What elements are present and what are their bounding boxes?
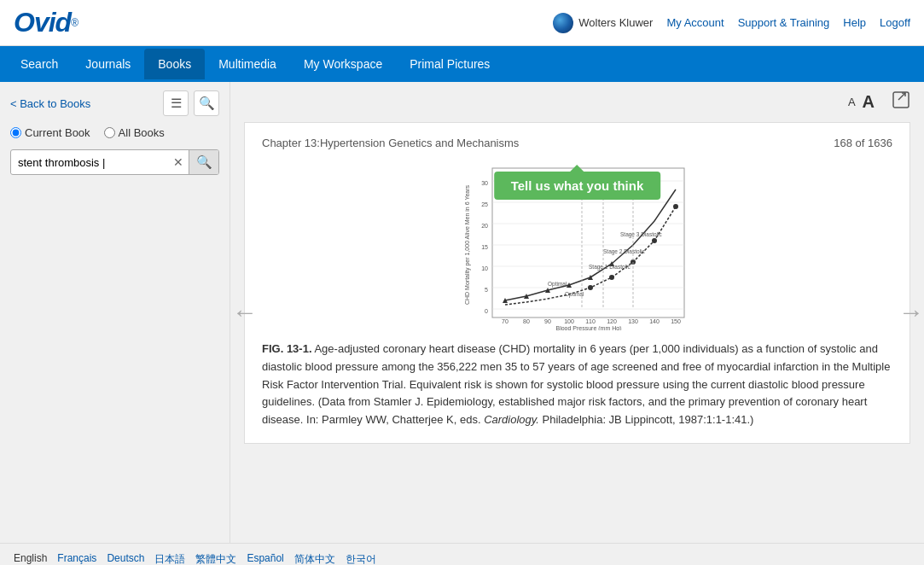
svg-text:140: 140: [649, 318, 660, 324]
svg-text:Stage 3 Diastolic: Stage 3 Diastolic: [620, 231, 663, 238]
current-book-radio[interactable]: [10, 127, 21, 138]
content-toolbar: A A: [230, 82, 924, 122]
lang-japanese[interactable]: 日本語: [154, 552, 185, 565]
svg-text:20: 20: [481, 223, 488, 229]
nav-multimedia[interactable]: Multimedia: [205, 49, 290, 79]
page-prev-button[interactable]: ←: [232, 298, 258, 327]
figure-label: FIG. 13-1.: [262, 342, 312, 355]
lang-deutsch[interactable]: Deutsch: [107, 552, 144, 565]
footer: English Français Deutsch 日本語 繁體中文 Españo…: [0, 543, 924, 565]
figure-caption-end: Philadelphia: JB Lippincott, 1987:1:1-1:…: [543, 413, 754, 426]
chapter-header: Chapter 13:Hypertension Genetics and Mec…: [262, 137, 892, 149]
svg-text:70: 70: [502, 318, 508, 324]
top-right: Wolters Kluwer My Account Support & Trai…: [553, 13, 910, 33]
share-button[interactable]: [892, 90, 910, 114]
search-input[interactable]: [11, 152, 168, 173]
logo-reg: ®: [71, 17, 78, 29]
svg-text:100: 100: [564, 318, 574, 324]
svg-text:150: 150: [671, 318, 681, 324]
current-book-radio-label[interactable]: Current Book: [10, 126, 90, 139]
svg-text:80: 80: [523, 318, 530, 324]
svg-point-39: [652, 238, 657, 243]
svg-point-40: [673, 204, 678, 209]
svg-text:5: 5: [485, 287, 488, 293]
content-wrapper: < Back to Books ☰ 🔍 Current Book All Boo…: [0, 82, 924, 543]
font-controls: A A: [848, 90, 910, 114]
lang-espanol[interactable]: Español: [247, 552, 283, 565]
font-decrease-button[interactable]: A: [848, 96, 856, 108]
radio-group: Current Book All Books: [10, 126, 219, 139]
sidebar-top: < Back to Books ☰ 🔍: [10, 90, 219, 116]
svg-text:130: 130: [628, 318, 638, 324]
chapter-title: Chapter 13:Hypertension Genetics and Mec…: [262, 137, 519, 149]
svg-text:30: 30: [481, 180, 488, 186]
clear-search-button[interactable]: ✕: [168, 152, 189, 172]
logoff-link[interactable]: Logoff: [880, 16, 910, 29]
logo-area: Ovid®: [14, 7, 78, 38]
lang-english: English: [14, 552, 47, 565]
wk-logo: Wolters Kluwer: [553, 13, 653, 33]
all-books-radio[interactable]: [104, 127, 115, 138]
sidebar: < Back to Books ☰ 🔍 Current Book All Boo…: [0, 82, 230, 543]
nav-books[interactable]: Books: [144, 49, 205, 79]
svg-text:10: 10: [481, 265, 488, 271]
svg-text:120: 120: [607, 318, 617, 324]
sidebar-icons: ☰ 🔍: [163, 90, 219, 116]
svg-text:Optimal: Optimal: [548, 281, 567, 288]
search-execute-button[interactable]: 🔍: [189, 150, 219, 174]
lang-korean[interactable]: 한국어: [346, 552, 376, 565]
svg-point-42: [588, 285, 593, 290]
top-bar: Ovid® Wolters Kluwer My Account Support …: [0, 0, 924, 46]
list-view-button[interactable]: ☰: [163, 90, 189, 116]
main-nav: Search Journals Books Multimedia My Work…: [0, 46, 924, 82]
all-books-label: All Books: [119, 126, 165, 139]
search-box: ✕ 🔍: [10, 149, 219, 175]
wk-globe-icon: [553, 13, 573, 33]
svg-text:25: 25: [481, 201, 488, 207]
svg-text:CHD Mortality per 1,000 Alive : CHD Mortality per 1,000 Alive Men in 6 Y…: [464, 184, 471, 305]
main-content: Tell us what you think A A Chapter 13:Hy…: [230, 82, 924, 543]
current-book-label: Current Book: [25, 126, 90, 139]
back-to-books-link[interactable]: < Back to Books: [10, 97, 90, 110]
top-nav-links: My Account Support & Training Help Logof…: [666, 16, 910, 29]
svg-text:Blood Pressure (mm Hg): Blood Pressure (mm Hg): [555, 325, 621, 330]
page-info: 168 of 1636: [834, 137, 892, 149]
svg-line-1: [898, 93, 905, 100]
nav-journals[interactable]: Journals: [72, 49, 144, 79]
tell-us-banner[interactable]: Tell us what you think: [494, 172, 661, 200]
figure-book-title: Cardiology.: [484, 413, 539, 426]
lang-simplified-chinese[interactable]: 简体中文: [294, 552, 335, 565]
svg-text:Stage 1 Diastolic: Stage 1 Diastolic: [589, 264, 631, 271]
svg-text:15: 15: [481, 244, 488, 250]
svg-text:0: 0: [485, 308, 488, 314]
nav-primal-pictures[interactable]: Primal Pictures: [396, 49, 503, 79]
logo: Ovid: [14, 7, 71, 38]
nav-search[interactable]: Search: [7, 49, 72, 79]
figure-caption: FIG. 13-1. Age-adjusted coronary heart d…: [262, 341, 892, 429]
all-books-radio-label[interactable]: All Books: [104, 126, 165, 139]
font-increase-button[interactable]: A: [863, 92, 875, 112]
svg-text:90: 90: [544, 318, 551, 324]
svg-text:110: 110: [585, 318, 596, 324]
svg-rect-0: [893, 92, 909, 108]
support-training-link[interactable]: Support & Training: [738, 16, 830, 29]
help-link[interactable]: Help: [843, 16, 866, 29]
my-account-link[interactable]: My Account: [666, 16, 724, 29]
svg-text:Stage 2 Diastolic: Stage 2 Diastolic: [603, 248, 646, 255]
lang-traditional-chinese[interactable]: 繁體中文: [195, 552, 236, 565]
svg-text:Optimal: Optimal: [565, 291, 584, 298]
search-toggle-button[interactable]: 🔍: [194, 90, 219, 116]
footer-lang: English Français Deutsch 日本語 繁體中文 Españo…: [14, 552, 910, 565]
page-next-button[interactable]: →: [898, 298, 924, 327]
wk-label: Wolters Kluwer: [578, 16, 653, 29]
svg-point-41: [609, 275, 614, 280]
lang-francais[interactable]: Français: [57, 552, 96, 565]
nav-my-workspace[interactable]: My Workspace: [290, 49, 396, 79]
